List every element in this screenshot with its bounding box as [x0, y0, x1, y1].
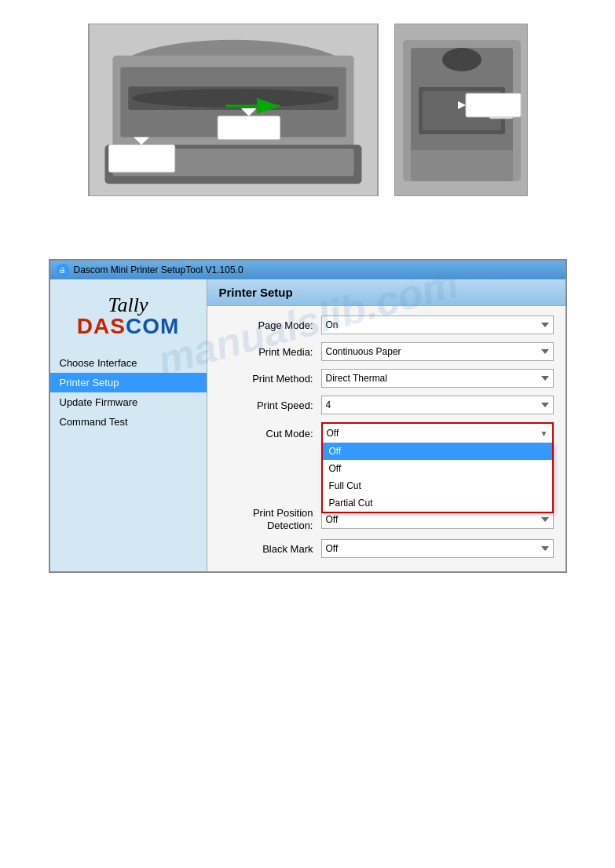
svg-point-5 — [132, 89, 335, 108]
page-mode-row: Page Mode: On Off — [219, 315, 554, 334]
print-method-select[interactable]: Direct Thermal Thermal Transfer — [321, 369, 554, 388]
cut-mode-arrow: ▼ — [540, 429, 548, 438]
form-content: Page Mode: On Off Print Media: Continuou… — [207, 306, 566, 571]
svg-point-19 — [442, 48, 481, 71]
print-position-label: Print PositionDetection: — [219, 507, 321, 531]
black-mark-select[interactable]: Off On — [321, 539, 554, 558]
main-content: Tally DASCOM Choose Interface Printer Se… — [50, 279, 566, 571]
sidebar-item-command-test[interactable]: Command Test — [50, 412, 207, 432]
sidebar-menu: Choose Interface Printer Setup Update Fi… — [50, 353, 207, 432]
cut-mode-option-off-highlighted[interactable]: Off — [323, 443, 552, 460]
svg-rect-26 — [466, 93, 521, 117]
title-bar-text: Dascom Mini Printer SetupTool V1.105.0 — [74, 264, 243, 275]
app-icon: 🖨 — [57, 264, 69, 276]
cut-mode-display[interactable]: Off ▼ — [323, 424, 552, 443]
svg-rect-12 — [218, 116, 280, 140]
black-mark-row: Black Mark Off On — [219, 539, 554, 558]
print-media-label: Print Media: — [219, 346, 321, 358]
cut-mode-row: Cut Mode: Off ▼ Off Off Full Cut Partial… — [219, 422, 554, 444]
logo-area: Tally DASCOM — [50, 287, 207, 349]
cut-mode-option-off[interactable]: Off — [323, 460, 552, 477]
printer-image-left — [88, 24, 379, 196]
print-method-row: Print Method: Direct Thermal Thermal Tra… — [219, 369, 554, 388]
spacer — [0, 212, 615, 259]
print-method-label: Print Method: — [219, 373, 321, 385]
sidebar: Tally DASCOM Choose Interface Printer Se… — [50, 279, 207, 571]
print-speed-select[interactable]: 1 2 3 4 5 — [321, 396, 554, 414]
print-speed-row: Print Speed: 1 2 3 4 5 — [219, 396, 554, 414]
page-mode-label: Page Mode: — [219, 319, 321, 331]
cut-mode-label: Cut Mode: — [219, 428, 321, 439]
top-image-section — [0, 0, 615, 212]
print-speed-label: Print Speed: — [219, 399, 321, 411]
cut-mode-wrapper: Off ▼ Off Off Full Cut Partial Cut — [321, 422, 554, 444]
cut-mode-dropdown: Off Off Full Cut Partial Cut — [321, 443, 554, 513]
dascom-logo: DASCOM — [62, 315, 195, 337]
print-media-row: Print Media: Continuous Paper Label Blac… — [219, 342, 554, 361]
cut-mode-option-full-cut[interactable]: Full Cut — [323, 477, 552, 494]
print-media-select[interactable]: Continuous Paper Label Black Mark — [321, 342, 554, 361]
right-content: Printer Setup Page Mode: On Off Print Me… — [207, 279, 566, 571]
tally-logo: Tally — [62, 295, 195, 315]
page-mode-select[interactable]: On Off — [321, 315, 554, 334]
section-header: Printer Setup — [207, 279, 566, 306]
title-bar: 🖨 Dascom Mini Printer SetupTool V1.105.0 — [50, 261, 566, 279]
software-window: 🖨 Dascom Mini Printer SetupTool V1.105.0… — [49, 259, 567, 573]
sidebar-item-update-firmware[interactable]: Update Firmware — [50, 392, 207, 412]
svg-rect-28 — [411, 150, 513, 181]
sidebar-item-printer-setup[interactable]: Printer Setup — [50, 373, 207, 392]
sidebar-item-choose-interface[interactable]: Choose Interface — [50, 353, 207, 373]
svg-rect-14 — [108, 145, 174, 173]
printer-image-right — [394, 24, 528, 196]
cut-mode-value: Off — [327, 428, 339, 439]
cut-mode-option-partial-cut[interactable]: Partial Cut — [323, 494, 552, 512]
black-mark-label: Black Mark — [219, 543, 321, 555]
